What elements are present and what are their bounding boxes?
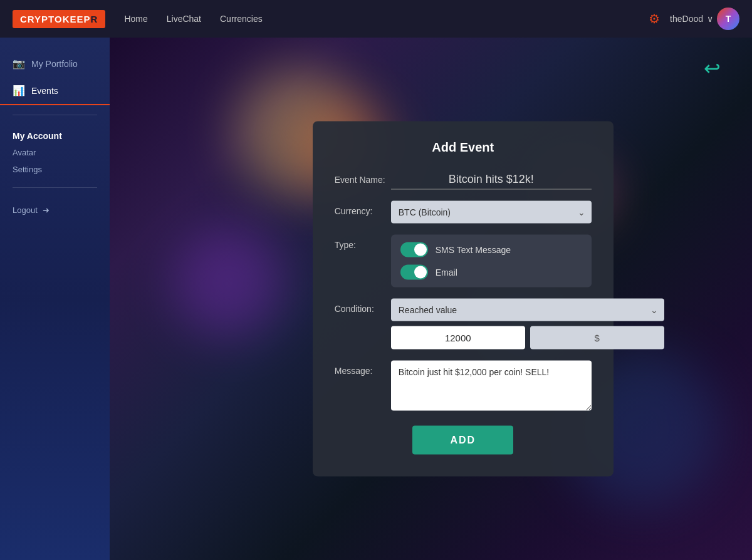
type-control: SMS Text Message Email (391, 235, 592, 288)
sidebar: 📷 My Portfolio 📊 Events My Account Avata… (0, 38, 110, 560)
sidebar-item-settings[interactable]: Settings (0, 161, 110, 178)
add-button[interactable]: ADD (412, 426, 513, 455)
sidebar-item-avatar[interactable]: Avatar (0, 144, 110, 161)
add-event-modal: Add Event Event Name: Currency: BTC (Bit… (313, 122, 614, 477)
sidebar-events-label: Events (31, 86, 58, 96)
sms-toggle-row: SMS Text Message (400, 242, 582, 257)
sidebar-logout-label: Logout (13, 205, 38, 215)
message-textarea[interactable]: Bitcoin just hit $12,000 per coin! SELL! (391, 361, 592, 411)
sidebar-divider (13, 115, 97, 115)
condition-row: Condition: Reached value Above value Bel… (335, 299, 592, 350)
type-row: Type: SMS Text Message Email (335, 235, 592, 288)
modal-title: Add Event (335, 140, 592, 155)
sidebar-portfolio-label: My Portfolio (31, 59, 78, 69)
sms-label: SMS Text Message (436, 245, 511, 255)
nav-links: Home LiveChat Currencies (124, 14, 649, 24)
sidebar-item-portfolio[interactable]: 📷 My Portfolio (0, 50, 110, 77)
sidebar-logout[interactable]: Logout ➜ (0, 200, 110, 220)
my-account-title: My Account (0, 125, 110, 144)
portfolio-icon: 📷 (13, 58, 25, 70)
email-label: Email (436, 267, 457, 277)
email-toggle-row: Email (400, 265, 582, 280)
sms-toggle[interactable] (400, 242, 428, 257)
condition-label: Condition: (335, 299, 391, 314)
event-name-row: Event Name: (335, 170, 592, 190)
toggle-group: SMS Text Message Email (391, 235, 592, 288)
nav-currencies[interactable]: Currencies (220, 14, 263, 24)
email-toggle[interactable] (400, 265, 428, 280)
nav-right: ⚙ theDood ∨ T (649, 8, 739, 30)
logo: CRYPTOKEEPR (13, 10, 105, 28)
condition-select[interactable]: Reached value Above value Below value (391, 299, 664, 321)
value-amount-input[interactable] (391, 326, 525, 350)
currency-control: BTC (Bitcoin) ETH (Ethereum) LTC (Liteco… (391, 201, 592, 224)
nav-home[interactable]: Home (124, 14, 147, 24)
condition-select-wrapper: Reached value Above value Below value ⌄ (391, 299, 664, 321)
top-navigation: CRYPTOKEEPR Home LiveChat Currencies ⚙ t… (0, 0, 752, 38)
event-name-input[interactable] (391, 170, 592, 190)
gear-icon[interactable]: ⚙ (649, 11, 660, 26)
type-label: Type: (335, 235, 391, 250)
logout-icon: ➜ (43, 205, 50, 215)
bokeh-light-3 (172, 226, 285, 338)
username-label: theDood (670, 14, 703, 24)
currency-select-wrapper: BTC (Bitcoin) ETH (Ethereum) LTC (Liteco… (391, 201, 592, 224)
avatar: T (717, 8, 739, 30)
currency-row: Currency: BTC (Bitcoin) ETH (Ethereum) L… (335, 201, 592, 224)
event-name-label: Event Name: (335, 170, 391, 185)
content-area: ↩ Add Event Event Name: Currency: BTC (B… (110, 38, 752, 560)
back-button[interactable]: ↩ (704, 56, 721, 80)
chevron-down-icon: ∨ (707, 14, 713, 24)
value-row (391, 326, 664, 350)
events-icon: 📊 (13, 85, 25, 96)
message-control: Bitcoin just hit $12,000 per coin! SELL! (391, 361, 592, 413)
currency-select[interactable]: BTC (Bitcoin) ETH (Ethereum) LTC (Liteco… (391, 201, 592, 224)
event-name-control (391, 170, 592, 190)
nav-livechat[interactable]: LiveChat (167, 14, 201, 24)
main-layout: 📷 My Portfolio 📊 Events My Account Avata… (0, 38, 752, 560)
message-row: Message: Bitcoin just hit $12,000 per co… (335, 361, 592, 413)
message-label: Message: (335, 361, 391, 376)
sidebar-item-events[interactable]: 📊 Events (0, 77, 110, 105)
currency-label: Currency: (335, 201, 391, 216)
value-currency-input[interactable] (530, 326, 664, 350)
user-menu[interactable]: theDood ∨ T (670, 8, 739, 30)
sidebar-divider-2 (13, 187, 97, 188)
condition-control: Reached value Above value Below value ⌄ (391, 299, 664, 350)
